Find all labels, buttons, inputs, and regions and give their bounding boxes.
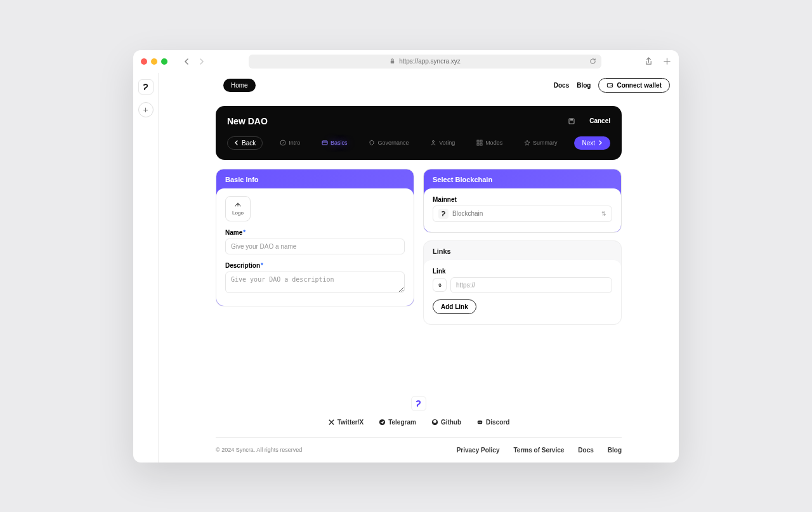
telegram-link[interactable]: Telegram (379, 419, 416, 426)
blockchain-panel: Select Blockchain Mainnet Blockchain ⇅ (423, 169, 622, 233)
summary-icon (524, 140, 530, 146)
svg-rect-4 (570, 119, 573, 121)
logo-upload-label: Logo (232, 210, 244, 216)
name-label: Name* (225, 229, 405, 236)
wizard-header: New DAO Cancel Ba (216, 106, 622, 160)
step-summary[interactable]: Summary (524, 140, 558, 146)
basic-info-panel: Basic Info Logo Name* Des (216, 169, 414, 306)
chevron-right-icon (598, 140, 603, 145)
back-button[interactable]: Back (227, 136, 263, 150)
topbar: Home Docs Blog Connect wallet (159, 73, 679, 98)
lock-icon (390, 58, 395, 64)
add-link-button[interactable]: Add Link (433, 299, 476, 314)
close-window-icon[interactable] (141, 58, 147, 65)
footer-docs-link[interactable]: Docs (578, 447, 593, 454)
traffic-lights (141, 58, 167, 65)
svg-rect-8 (477, 140, 479, 142)
save-draft-icon[interactable] (565, 115, 578, 128)
left-sidebar: + (133, 73, 159, 463)
links-panel: Links Link Add Link (423, 240, 622, 325)
chevron-left-icon (234, 140, 239, 145)
discord-icon (476, 419, 483, 426)
step-voting[interactable]: Voting (430, 140, 455, 146)
share-icon[interactable] (645, 57, 653, 65)
socials: Twitter/X Telegram Github Discord (167, 419, 670, 426)
privacy-link[interactable]: Privacy Policy (457, 447, 500, 454)
add-dao-button[interactable]: + (138, 102, 154, 117)
connect-wallet-button[interactable]: Connect wallet (598, 78, 670, 93)
svg-point-15 (478, 421, 479, 422)
docs-link[interactable]: Docs (554, 82, 569, 89)
github-link[interactable]: Github (431, 419, 461, 426)
nav-buttons (183, 58, 206, 65)
basics-icon (322, 140, 328, 146)
step-list: Intro Basics Governance (269, 140, 568, 146)
basic-info-title: Basic Info (216, 169, 414, 188)
svg-rect-14 (478, 420, 482, 424)
chain-icon (438, 209, 449, 219)
footer-bottom: © 2024 Syncra. All rights reserved Priva… (216, 447, 622, 454)
new-tab-icon[interactable] (663, 57, 671, 65)
mainnet-label: Mainnet (433, 196, 612, 203)
links-title: Links (424, 241, 621, 260)
terms-link[interactable]: Terms of Service (513, 447, 564, 454)
select-chevron-icon: ⇅ (601, 211, 606, 217)
step-intro[interactable]: Intro (280, 140, 300, 146)
svg-rect-10 (477, 143, 479, 145)
forward-nav-icon[interactable] (198, 58, 206, 65)
blog-link[interactable]: Blog (577, 82, 591, 89)
step-modes[interactable]: Modes (476, 140, 502, 146)
logo-upload[interactable]: Logo (225, 196, 251, 221)
step-governance[interactable]: Governance (369, 140, 409, 146)
back-label: Back (242, 140, 256, 147)
content: New DAO Cancel Ba (159, 98, 679, 338)
svg-rect-0 (391, 61, 394, 64)
governance-icon (369, 140, 375, 146)
svg-rect-6 (322, 141, 327, 145)
refresh-icon[interactable] (589, 58, 596, 65)
footer-logo-row (167, 396, 670, 411)
maximize-window-icon[interactable] (161, 58, 167, 65)
titlebar: https://app.syncra.xyz (133, 50, 679, 73)
twitter-icon (328, 419, 335, 426)
description-input[interactable] (225, 272, 405, 293)
left-column: Basic Info Logo Name* Des (216, 169, 414, 325)
twitter-link[interactable]: Twitter/X (328, 419, 363, 426)
main-area: Home Docs Blog Connect wallet New DAO (159, 73, 679, 463)
cancel-button[interactable]: Cancel (589, 117, 610, 124)
back-nav-icon[interactable] (183, 58, 190, 65)
next-button[interactable]: Next (574, 136, 610, 150)
right-column: Select Blockchain Mainnet Blockchain ⇅ (423, 169, 622, 325)
footer-links: Privacy Policy Terms of Service Docs Blo… (457, 447, 622, 454)
discord-link[interactable]: Discord (476, 419, 509, 426)
github-icon (431, 419, 438, 426)
voting-icon (430, 140, 436, 146)
home-pill[interactable]: Home (223, 79, 256, 92)
app-logo[interactable] (138, 79, 154, 95)
footer-divider (216, 437, 622, 438)
url-bar[interactable]: https://app.syncra.xyz (249, 55, 601, 69)
wizard-title: New DAO (227, 116, 268, 126)
svg-rect-9 (480, 140, 482, 142)
footer-logo (411, 396, 426, 411)
svg-rect-1 (608, 84, 613, 88)
connect-wallet-label: Connect wallet (617, 82, 662, 89)
svg-point-16 (480, 421, 481, 422)
blockchain-select[interactable]: Blockchain ⇅ (433, 206, 612, 222)
app-root: + Home Docs Blog Connect wallet New DAO (133, 73, 679, 463)
link-icon (433, 278, 447, 292)
step-row: Back Intro Basics (227, 136, 610, 150)
minimize-window-icon[interactable] (151, 58, 157, 65)
step-basics[interactable]: Basics (322, 140, 348, 146)
name-input[interactable] (225, 239, 405, 254)
svg-rect-11 (480, 143, 482, 145)
link-label: Link (433, 268, 612, 275)
link-input[interactable] (450, 277, 612, 293)
wallet-icon (606, 82, 613, 89)
footer-blog-link[interactable]: Blog (608, 447, 622, 454)
intro-icon (280, 140, 286, 146)
panels: Basic Info Logo Name* Des (216, 169, 622, 325)
description-label: Description* (225, 262, 405, 269)
svg-point-7 (433, 141, 435, 143)
blockchain-select-placeholder: Blockchain (452, 210, 483, 217)
